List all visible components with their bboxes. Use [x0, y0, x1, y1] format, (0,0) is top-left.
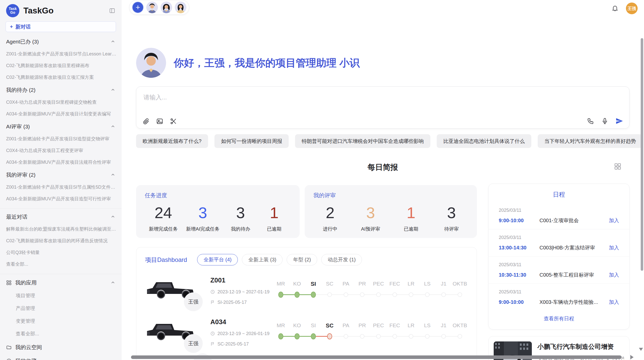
milestone-label: KO: [289, 322, 305, 329]
list-item[interactable]: C0X4-动力总成开发项目SI里程碑提交物检查: [0, 99, 122, 105]
sidebar-item-product-mgmt[interactable]: 产品管理: [0, 305, 122, 312]
app-title: TaskGo: [23, 6, 109, 16]
join-button[interactable]: 加入: [609, 299, 619, 306]
chat-input-placeholder[interactable]: 请输入...: [143, 93, 622, 101]
avatar[interactable]: [160, 2, 172, 13]
schedule-date: 2025/03/11: [499, 289, 619, 295]
milestone-label: LR: [403, 322, 419, 329]
tab-new-body[interactable]: 全新上装 (3): [242, 254, 283, 265]
list-item[interactable]: 公司Q3轻卡销量: [0, 249, 122, 256]
project-row[interactable]: 王强 A034 2023-12-19 ~ 2026-01-19 SC-2025-…: [145, 316, 468, 349]
view-all-link[interactable]: 查看全部...: [0, 261, 122, 267]
stat-overdue: 1 已逾期: [398, 202, 424, 232]
attachment-icon[interactable]: [142, 118, 150, 125]
scroll-right-arrow[interactable]: [630, 355, 634, 359]
schedule-title: 日程: [489, 190, 629, 199]
join-button[interactable]: 加入: [609, 272, 619, 278]
view-all-schedule-link[interactable]: 查看所有日程: [489, 315, 629, 322]
plus-icon: +: [10, 24, 13, 30]
chevron-up-icon[interactable]: [110, 172, 115, 177]
task-progress-card: 任务进度 24 新增完成任务 3 新增AI完成任务 3 我的待办: [136, 185, 300, 238]
notification-bell-icon[interactable]: [611, 5, 619, 12]
list-item[interactable]: C02-飞腾新能源轻客改款项目里程碑画布: [0, 63, 122, 69]
suggestion-chip[interactable]: 特朗普可能对进口汽车增税会对中国车企造成哪些影响: [295, 134, 430, 148]
project-dashboard-card: 项目Dashboard 全新平台 (4) 全新上装 (3) 年型 (2) 动总开…: [136, 247, 477, 360]
suggestion-chip[interactable]: 如何写一份清晰的项目周报: [214, 134, 289, 148]
list-item[interactable]: Z001-全新燃油轻卡产品开发项目SI造型提交物评审: [0, 136, 122, 142]
section-my-review[interactable]: 我的评审 (2): [0, 171, 122, 178]
app-root: Task Go TaskGo + 新对话 Agent已办 (3) Z001-全新…: [0, 0, 644, 360]
list-item[interactable]: Z001-全新燃油皮卡产品开发项目SI节点Lesson Learn报告: [0, 51, 122, 57]
chevron-up-icon[interactable]: [110, 124, 115, 129]
milestone-dot: [360, 292, 364, 297]
collapse-sidebar-icon[interactable]: [109, 8, 115, 14]
layout-grid-icon[interactable]: [614, 163, 621, 170]
sidebar-item-favorites[interactable]: 我的收藏: [0, 357, 122, 360]
list-item[interactable]: C0X4-动力总成开发项目工程变更评审: [0, 147, 122, 154]
section-ai-review[interactable]: AI评审 (3): [0, 123, 122, 130]
suggestion-chip[interactable]: 欧洲新规最近颁布了什么?: [136, 134, 208, 148]
sidebar-item-my-apps[interactable]: 我的应用: [0, 279, 122, 286]
scissors-icon[interactable]: [170, 118, 177, 125]
daily-briefing-title: 每日简报: [136, 162, 630, 173]
user-avatar[interactable]: 王强: [626, 3, 638, 14]
project-dates: 2023-12-19 ~ 2027-01-19: [217, 289, 270, 295]
section-recent-chats[interactable]: 最近对话: [0, 213, 122, 220]
list-item[interactable]: 解释最新出台的欧盟报废车法规再生塑料比例被调至15%...: [0, 226, 122, 232]
horizontal-scrollbar[interactable]: [131, 355, 622, 359]
tab-model-year[interactable]: 年型 (2): [287, 254, 317, 265]
chevron-up-icon[interactable]: [110, 214, 115, 219]
scroll-down-arrow[interactable]: [639, 348, 643, 351]
list-item[interactable]: C02-飞腾新能源轻客改款项目的闭环通告反馈情况: [0, 238, 122, 244]
join-button[interactable]: 加入: [609, 217, 619, 224]
avatar[interactable]: [146, 2, 158, 13]
image-upload-icon[interactable]: [156, 118, 163, 125]
new-chat-button[interactable]: + 新对话: [6, 21, 116, 32]
milestone-label: PR: [354, 322, 370, 329]
chat-input-card[interactable]: 请输入...: [136, 86, 630, 129]
list-item[interactable]: C02-飞腾新能源轻客改款项目立项汇报方案: [0, 74, 122, 80]
tab-new-platform[interactable]: 全新平台 (4): [197, 254, 238, 265]
microphone-icon[interactable]: [601, 117, 608, 125]
section-agent-done[interactable]: Agent已办 (3): [0, 38, 122, 45]
card-title: 我的评审: [313, 192, 468, 199]
sidebar-item-project-mgmt[interactable]: 项目管理: [0, 292, 122, 299]
suggestion-chip[interactable]: 当下年轻人对汽车外观有怎样的喜好趋势: [538, 134, 642, 148]
list-item[interactable]: Z001-全新燃油轻卡产品开发项目SI节点属性5D文件评审: [0, 184, 122, 190]
schedule-date: 2025/03/11: [499, 208, 619, 213]
suggestion-chip[interactable]: 比亚迪全固态电池计划具体说了什么: [437, 134, 531, 148]
list-item[interactable]: A034-全新新能源MUV产品开发项目计划变更表编写: [0, 111, 122, 117]
milestone-label: PA: [338, 322, 354, 329]
favorites-label: 我的收藏: [15, 357, 37, 360]
avatar[interactable]: [175, 2, 186, 13]
list-item[interactable]: A034-全新新能源MUV产品开发项目造型可行性评审: [0, 196, 122, 202]
schedule-date: 2025/03/11: [499, 262, 619, 267]
phone-icon[interactable]: [587, 117, 594, 125]
my-apps-label: 我的应用: [15, 279, 37, 286]
briefing-cards: 任务进度 24 新增完成任务 3 新增AI完成任务 3 我的待办: [136, 185, 477, 238]
main-area: + 王强 你好，王强，我是你的项目管理助理 小识 请输入...: [122, 0, 644, 360]
input-toolbar-left: [142, 118, 177, 125]
send-icon[interactable]: [616, 117, 623, 125]
milestone-dot-done: [295, 292, 300, 298]
vertical-scrollbar[interactable]: [641, 38, 643, 271]
stat-label: 进行中: [323, 226, 338, 232]
milestone-dot: [441, 292, 446, 297]
stat-label: AI预评审: [361, 226, 380, 232]
milestone-label: PR: [354, 281, 370, 287]
schedule-time: 9:00-10:00: [499, 299, 539, 305]
sidebar-item-change-mgmt[interactable]: 变更管理: [0, 318, 122, 324]
list-item[interactable]: A034-全新新能源MUV产品开发项目法规符合性评审: [0, 159, 122, 165]
logo-line2: Go: [10, 11, 15, 14]
add-session-button[interactable]: +: [132, 2, 144, 13]
chevron-up-icon[interactable]: [110, 87, 115, 93]
view-all-link[interactable]: 查看全部...: [0, 331, 122, 337]
stat-label: 待评审: [444, 226, 459, 232]
tab-powertrain[interactable]: 动总开发 (1): [321, 254, 362, 265]
project-row[interactable]: 王强 Z001 2023-12-19 ~ 2027-01-19 SI-2025-…: [145, 274, 468, 307]
sidebar-item-cloud-space[interactable]: 我的云空间: [0, 344, 122, 351]
chevron-up-icon[interactable]: [110, 39, 115, 44]
chevron-up-icon[interactable]: [110, 280, 115, 285]
join-button[interactable]: 加入: [609, 244, 619, 251]
section-my-todo[interactable]: 我的待办 (2): [0, 86, 122, 94]
